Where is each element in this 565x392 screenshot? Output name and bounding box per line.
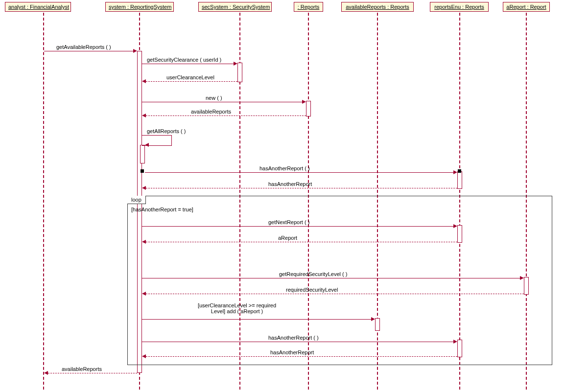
arrow-m8 [371,317,375,321]
arrow-m6 [453,224,457,228]
arrow-r2 [142,79,146,83]
arrow-r9 [142,354,146,358]
loop-tab: loop [127,196,146,204]
arrow-m4 [145,143,149,147]
msg-r10 [48,373,137,373]
participant-secSystem: secSystem : SecuritySystem [198,2,272,12]
participant-reports: : Reports [294,2,323,12]
label-m1: getAvailableReports ( ) [56,44,111,50]
activation-reportsEnu-1 [457,171,462,189]
arrow-m2 [234,62,237,66]
marker-src [141,169,144,173]
msg-m6 [142,226,454,227]
label-m4: getAllReports ( ) [147,128,186,134]
msg-r6 [146,242,457,242]
label-m2: getSecurityClearance ( userId ) [147,57,221,63]
participant-availableReports: availableReports : Reports [341,2,414,12]
activation-reports-new [306,101,311,116]
label-r5: hasAnotherReport [268,181,312,187]
label-m8-line1: [userClearanceLevel >= required [198,302,276,308]
label-m8: [userClearanceLevel >= required Level] a… [183,302,291,314]
label-m5: hasAnotherReport ( ) [259,165,310,171]
label-m8-line2: Level] add ( aReport ) [211,308,263,314]
msg-r7 [146,294,524,294]
msg-r3 [146,115,306,116]
arrow-m5 [453,170,457,174]
label-m3: new ( ) [206,95,222,101]
label-m7: getRequiredSecurityLevel ( ) [279,271,347,277]
msg-m3 [142,102,303,102]
loop-fragment [127,196,552,365]
marker-dst [458,169,461,173]
msg-r9 [146,356,457,357]
msg-m8 [142,319,372,320]
arrow-r3 [142,114,146,117]
msg-m7 [142,278,520,278]
arrow-r10 [44,371,48,375]
msg-m9 [142,342,454,342]
participant-reportsEnu: reportsEnu : Reports [430,2,489,12]
msg-r2 [146,81,237,82]
label-r2: userClearanceLevel [166,74,214,80]
participant-system: system : ReportingSystem [105,2,174,12]
participant-analyst: analyst : FinancialAnalyst [5,2,71,12]
label-m6: getNextReport ( ) [268,219,309,225]
lifeline-analyst [43,13,44,390]
arrow-m9 [453,340,457,344]
label-r10: availableReports [62,366,102,372]
activation-secSystem [237,63,242,82]
arrow-m7 [520,276,524,280]
arrow-r6 [142,240,146,244]
label-m9: hasAnotherReport ( ) [268,335,319,341]
loop-condition: [hasAnotherReport = true] [131,207,193,212]
arrow-r5 [142,186,146,190]
msg-m2 [142,64,234,64]
msg-r5 [146,188,457,188]
label-r7: requiredSecurityLevel [286,287,338,293]
msg-m1 [44,51,134,51]
arrow-m1 [133,49,137,53]
label-r6: aReport [278,235,297,241]
arrow-r7 [142,292,146,296]
sequence-diagram: analyst : FinancialAnalyst system : Repo… [0,0,565,392]
arrow-m3 [302,100,306,104]
activation-system-self [140,145,145,163]
label-r9: hasAnotherReport [270,349,314,355]
label-r3: availableReports [191,109,231,115]
participant-aReport: aReport : Report [503,2,550,12]
msg-m5 [145,172,454,173]
